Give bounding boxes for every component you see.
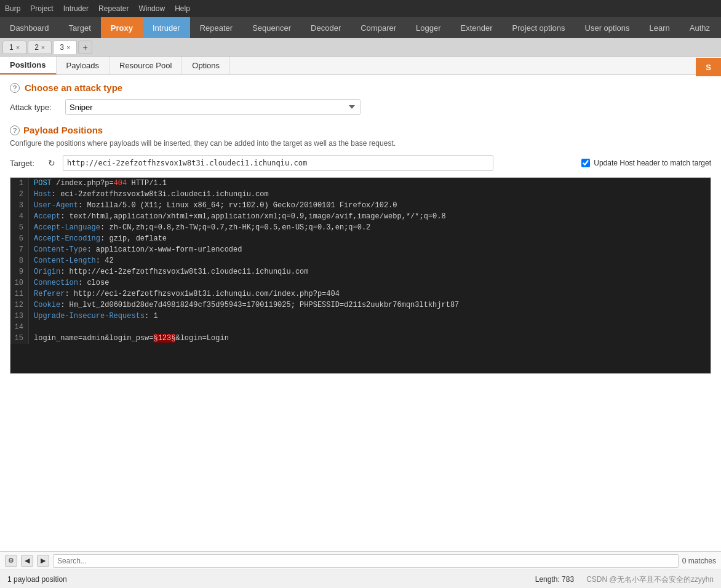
update-host-checkbox[interactable] [581,159,590,167]
update-host-label: Update Host header to match target [594,159,711,167]
payload-positions-header: ? Payload Positions [10,125,711,135]
refresh-icon[interactable]: ↻ [47,158,57,168]
attack-type-label: Attack type: [10,103,59,112]
nav-decoder[interactable]: Decoder [301,17,351,38]
attack-type-section: ? Choose an attack type [10,82,711,93]
target-row: Target: ↻ Update Host header to match ta… [10,155,711,171]
bottom-bar: ⚙ ◀ ▶ 0 matches 1 payload position Lengt… [0,551,721,588]
nav-dashboard[interactable]: Dashboard [0,17,59,38]
search-settings-icon[interactable]: ⚙ [5,555,17,567]
payload-positions-title: Payload Positions [23,125,103,135]
code-line-11: 11Referer: http://eci-2zefzotfhzsvox1w8t… [10,288,711,300]
nav-project-options[interactable]: Project options [503,17,575,38]
title-intruder[interactable]: Intruder [63,4,89,13]
payload-description: Configure the positions where payloads w… [10,139,711,148]
subtab-options[interactable]: Options [182,57,230,74]
title-burp[interactable]: Burp [5,4,20,13]
nav-user-options[interactable]: User options [575,17,640,38]
code-line-4: 4Accept: text/html,application/xhtml+xml… [10,211,711,222]
attack-type-help-icon[interactable]: ? [10,83,20,93]
subtab-payloads[interactable]: Payloads [57,57,110,74]
code-line-1: 1POST /index.php?p=404 HTTP/1.1 [10,178,711,189]
attack-type-title: Choose an attack type [25,82,122,93]
update-host-row: Update Host header to match target [581,159,711,167]
code-line-5: 5Accept-Language: zh-CN,zh;q=0.8,zh-TW;q… [10,222,711,233]
attack-type-row: Attack type: Sniper Battering ram Pitchf… [10,99,711,115]
tabs-bar: 1 × 2 × 3 × + [0,38,721,57]
title-bar: Burp Project Intruder Repeater Window He… [0,0,721,17]
code-line-6: 6Accept-Encoding: gzip, deflate [10,233,711,244]
subtab-resource-pool[interactable]: Resource Pool [110,57,182,74]
code-line-9: 9Origin: http://eci-2zefzotfhzsvox1w8t3i… [10,266,711,277]
add-tab-button[interactable]: + [78,41,92,54]
nav-sequencer[interactable]: Sequencer [242,17,301,38]
nav-logger[interactable]: Logger [406,17,450,38]
watermark-text: CSDN @无名小卒且不会安全的zzyyhn [586,574,714,585]
start-button[interactable]: S [696,58,721,76]
code-line-3: 3User-Agent: Mozilla/5.0 (X11; Linux x86… [10,200,711,211]
code-editor[interactable]: 1POST /index.php?p=404 HTTP/1.12Host: ec… [10,177,711,374]
title-repeater[interactable]: Repeater [98,4,129,13]
title-window[interactable]: Window [138,4,165,13]
sub-tabs: Positions Payloads Resource Pool Options [0,57,721,75]
attack-type-select[interactable]: Sniper Battering ram Pitchfork Cluster b… [65,99,360,115]
code-line-7: 7Content-Type: application/x-www-form-ur… [10,244,711,255]
nav-proxy[interactable]: Proxy [101,17,143,38]
main-content: ? Choose an attack type Attack type: Sni… [0,75,721,588]
search-input[interactable] [53,554,679,568]
nav-intruder[interactable]: Intruder [143,17,190,38]
tab-3[interactable]: 3 × [53,41,77,54]
main-nav: Dashboard Target Proxy Intruder Repeater… [0,17,721,38]
search-prev-icon[interactable]: ◀ [21,555,33,567]
code-line-13: 13Upgrade-Insecure-Requests: 1 [10,311,711,322]
length-text: Length: 783 [535,575,574,584]
status-bar: 1 payload position Length: 783 CSDN @无名小… [0,570,721,588]
title-help[interactable]: Help [175,4,190,13]
payload-position-status: 1 payload position [7,575,67,584]
search-matches: 0 matches [682,557,716,565]
nav-learn[interactable]: Learn [640,17,680,38]
title-project[interactable]: Project [30,4,53,13]
nav-comparer[interactable]: Comparer [351,17,406,38]
target-label: Target: [10,159,41,168]
tab-2[interactable]: 2 × [28,41,52,54]
code-line-10: 10Connection: close [10,277,711,288]
code-line-12: 12Cookie: Hm_lvt_2d0601bd28de7d49818249c… [10,300,711,311]
code-line-14: 14 [10,322,711,333]
tab-1-close[interactable]: × [16,44,20,51]
subtab-positions[interactable]: Positions [0,57,57,74]
tab-2-close[interactable]: × [41,44,45,51]
code-line-15: 15login_name=admin&login_psw=§123§&login… [10,333,711,344]
code-line-2: 2Host: eci-2zefzotfhzsvox1w8t3i.cloudeci… [10,189,711,200]
target-input[interactable] [63,155,493,171]
nav-target[interactable]: Target [59,17,101,38]
nav-extender[interactable]: Extender [451,17,503,38]
nav-authz[interactable]: Authz [680,17,720,38]
nav-repeater[interactable]: Repeater [190,17,242,38]
code-line-8: 8Content-Length: 42 [10,255,711,266]
tab-1[interactable]: 1 × [2,41,26,54]
payload-positions-help-icon[interactable]: ? [10,125,20,135]
search-next-icon[interactable]: ▶ [37,555,49,567]
search-bar: ⚙ ◀ ▶ 0 matches [0,552,721,570]
tab-3-close[interactable]: × [66,44,70,51]
